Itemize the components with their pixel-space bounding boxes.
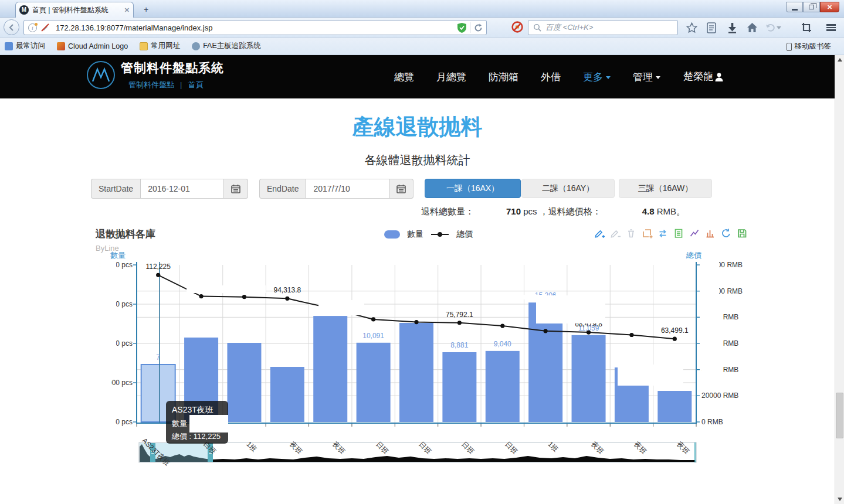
tooltip-qty-label: 數量 : [172,418,191,429]
redaction-patch [701,261,719,268]
chart-canvas[interactable]: 710,0918,8819,04015,20611,059112,22594,3… [0,0,844,504]
line-point[interactable] [285,297,289,301]
line-point[interactable] [673,337,677,341]
redaction-patch [187,285,266,293]
chart-svg[interactable]: 710,0918,8819,04015,20611,059112,22594,3… [0,0,844,504]
bar[interactable] [313,316,347,422]
line-point[interactable] [242,295,246,299]
bar[interactable] [399,323,433,422]
bar[interactable] [486,351,520,422]
redaction-patch [318,300,364,315]
bar-value-label: 7 [156,353,160,362]
bar-value-label: 8,881 [450,341,468,349]
bar-value-label: 10,091 [362,332,384,340]
redaction-patch [701,313,723,321]
redaction-patch [100,300,116,308]
line-value-label: 94,313.8 [273,286,301,294]
bar[interactable] [657,391,692,422]
redaction-patch [618,365,683,386]
bar[interactable] [270,367,304,422]
bar[interactable] [572,335,606,422]
redaction-patch [100,339,116,347]
line-point[interactable] [457,321,462,325]
redaction-patch [536,295,605,323]
line-point[interactable] [414,320,418,324]
tooltip-redaction [189,415,228,433]
line-point[interactable] [629,333,633,337]
line-point[interactable] [500,323,504,328]
redaction-patch [100,261,116,268]
redaction-patch [701,339,723,347]
bar[interactable] [227,343,261,422]
bar-value-label: 9,040 [494,340,511,348]
tooltip-title: AS23T夜班 [172,405,213,416]
line-point[interactable] [199,294,203,298]
line-value-label: 75,792.1 [446,311,473,319]
line-point[interactable] [544,329,548,333]
bar[interactable] [357,343,391,422]
bar[interactable] [442,352,476,422]
tooltip-price-line: 總價 : 112,225 [172,431,221,442]
redaction-patch [701,366,723,373]
redaction-patch [701,287,719,295]
line-point[interactable] [371,317,375,321]
line-value-label: 63,499.1 [661,326,689,335]
redaction-patch [95,379,111,386]
line-value-label: 112,225 [145,263,171,271]
chart-tooltip: AS23T夜班 數量 : 總價 : 112,225 [166,401,228,444]
line-point[interactable] [156,273,160,277]
